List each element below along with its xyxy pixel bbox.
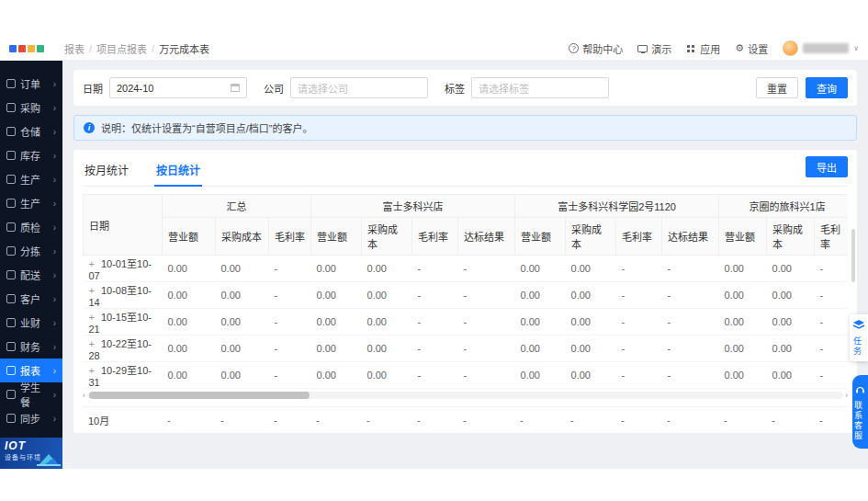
sidebar-item-业财[interactable]: 业财› bbox=[0, 311, 62, 335]
row-date-cell: +10-29至10-31 bbox=[84, 362, 163, 389]
sidebar-item-库存[interactable]: 库存› bbox=[0, 143, 62, 167]
cell-value: - bbox=[815, 309, 848, 336]
cell-value: - bbox=[412, 309, 458, 336]
horizontal-scrollbar-thumb[interactable] bbox=[89, 392, 310, 399]
total-cell-value: - bbox=[268, 407, 310, 433]
group-header: 汇总 bbox=[163, 195, 311, 218]
avatar[interactable] bbox=[783, 40, 798, 56]
chevron-right-icon: › bbox=[53, 390, 56, 400]
info-icon: i bbox=[84, 122, 95, 133]
tag-select[interactable]: 请选择标签 bbox=[471, 77, 609, 98]
reset-button[interactable]: 重置 bbox=[756, 77, 798, 98]
sidebar-item-仓储[interactable]: 仓储› bbox=[0, 120, 62, 143]
date-input-value: 2024-10 bbox=[117, 83, 153, 94]
row-date-cell: +10-01至10-07 bbox=[84, 256, 163, 282]
cell-value: 0.00 bbox=[163, 309, 216, 336]
company-select[interactable]: 请选择公司 bbox=[290, 77, 428, 98]
breadcrumb-item[interactable]: 项目点报表 bbox=[96, 41, 147, 56]
menu-icon bbox=[6, 175, 16, 184]
tab-monthly[interactable]: 按月统计 bbox=[83, 155, 130, 186]
col-header: 营业额 bbox=[163, 218, 216, 256]
horizontal-scrollbar[interactable] bbox=[87, 392, 843, 399]
sidebar-item-采购[interactable]: 采购› bbox=[0, 96, 62, 120]
breadcrumb-item[interactable]: 报表 bbox=[64, 41, 85, 56]
cell-value: - bbox=[269, 309, 311, 336]
cell-value: - bbox=[662, 362, 719, 389]
chevron-down-icon: ∨ bbox=[853, 44, 859, 52]
cell-value: 0.00 bbox=[767, 362, 815, 389]
menu-icon bbox=[6, 222, 16, 232]
sidebar-item-同步[interactable]: 同步› bbox=[0, 406, 62, 430]
sidebar-item-配送[interactable]: 配送› bbox=[0, 263, 62, 287]
sidebar-item-订单[interactable]: 订单› bbox=[0, 72, 62, 96]
sidebar-item-分拣[interactable]: 分拣› bbox=[0, 239, 62, 263]
logo-square-green bbox=[37, 45, 44, 52]
tab-daily[interactable]: 按日统计 bbox=[154, 155, 202, 187]
cell-value: 0.00 bbox=[515, 282, 566, 309]
topbar-action-label: 帮助中心 bbox=[582, 41, 623, 56]
topbar-actions-area: ?帮助中心演示应用⚙设置 ∨ bbox=[569, 40, 859, 56]
total-cell-value: - bbox=[361, 407, 411, 433]
expand-icon[interactable]: + bbox=[89, 312, 95, 323]
expand-icon[interactable]: + bbox=[89, 338, 95, 349]
cell-value: 0.00 bbox=[566, 309, 616, 336]
cell-value: 0.00 bbox=[566, 256, 616, 282]
cell-value: 0.00 bbox=[515, 256, 566, 282]
sidebar-item-label: 同步 bbox=[20, 411, 40, 426]
tag-filter-label: 标签 bbox=[445, 81, 465, 96]
sidebar-item-客户[interactable]: 客户› bbox=[0, 287, 62, 311]
task-icon bbox=[852, 319, 865, 331]
topbar-action-3[interactable]: 应用 bbox=[686, 41, 720, 56]
chevron-right-icon: › bbox=[53, 127, 56, 137]
table-row: +10-08至10-140.000.00-0.000.00--0.000.00-… bbox=[84, 282, 849, 309]
col-header: 达标结果 bbox=[662, 218, 719, 256]
col-header-date: 日期 bbox=[84, 195, 163, 256]
col-header: 营业额 bbox=[719, 218, 767, 256]
cell-value: - bbox=[815, 336, 848, 362]
cell-value: - bbox=[616, 309, 662, 336]
sidebar-item-财务[interactable]: 财务› bbox=[0, 335, 62, 359]
vertical-scrollbar[interactable] bbox=[851, 229, 855, 282]
sidebar-item-生产[interactable]: 生产› bbox=[0, 191, 62, 215]
cell-value: - bbox=[662, 309, 719, 336]
topbar-action-1[interactable]: ?帮助中心 bbox=[569, 41, 623, 56]
expand-icon[interactable]: + bbox=[89, 365, 95, 376]
cell-value: - bbox=[269, 282, 311, 309]
expand-icon[interactable]: + bbox=[89, 258, 95, 269]
logo-square-blue bbox=[9, 45, 17, 52]
menu-icon bbox=[6, 127, 16, 136]
col-header: 营业额 bbox=[311, 218, 362, 256]
notice-text: 说明：仅统计设置为“自营项目点/档口”的客户。 bbox=[101, 120, 312, 135]
col-header: 达标结果 bbox=[458, 218, 515, 256]
expand-icon[interactable]: + bbox=[89, 285, 95, 296]
col-header: 毛利率 bbox=[815, 218, 848, 256]
total-cell-value: - bbox=[411, 407, 457, 433]
tag-filter: 标签 请选择标签 bbox=[445, 77, 609, 98]
topbar-action-4[interactable]: ⚙设置 bbox=[735, 41, 768, 56]
cell-value: 0.00 bbox=[163, 282, 216, 309]
total-cell-value: - bbox=[514, 407, 565, 433]
sidebar-item-生产[interactable]: 生产› bbox=[0, 167, 62, 191]
total-cell-value: - bbox=[615, 407, 661, 433]
sidebar-item-质检[interactable]: 质检› bbox=[0, 215, 62, 239]
col-header: 毛利率 bbox=[412, 218, 458, 256]
cell-value: - bbox=[815, 256, 848, 282]
sidebar-item-学生餐[interactable]: 学生餐› bbox=[0, 382, 62, 406]
cell-value: - bbox=[815, 362, 848, 389]
group-header: 京圈的旅科兴1店 bbox=[719, 195, 848, 218]
search-button[interactable]: 查询 bbox=[806, 77, 848, 98]
user-menu[interactable]: ∨ bbox=[783, 40, 859, 56]
support-float-button[interactable]: 联系客服 bbox=[852, 375, 868, 449]
row-date: 10-29至10-31 bbox=[89, 365, 152, 388]
report-card: 按月统计 按日统计 导出 日期汇总富士多科兴店富士多科兴科学园2号1120京圈的… bbox=[73, 150, 857, 433]
scroll-right-icon[interactable]: › bbox=[845, 392, 848, 399]
total-cell-value: - bbox=[215, 407, 268, 433]
cell-value: 0.00 bbox=[163, 362, 216, 389]
export-button[interactable]: 导出 bbox=[806, 156, 848, 177]
task-float-button[interactable]: 任务 bbox=[850, 314, 868, 361]
date-input[interactable]: 2024-10 bbox=[109, 77, 247, 98]
topbar-action-2[interactable]: 演示 bbox=[637, 41, 671, 56]
cell-value: - bbox=[412, 256, 458, 282]
scroll-left-icon[interactable]: ‹ bbox=[83, 392, 85, 399]
cell-value: - bbox=[269, 256, 311, 282]
